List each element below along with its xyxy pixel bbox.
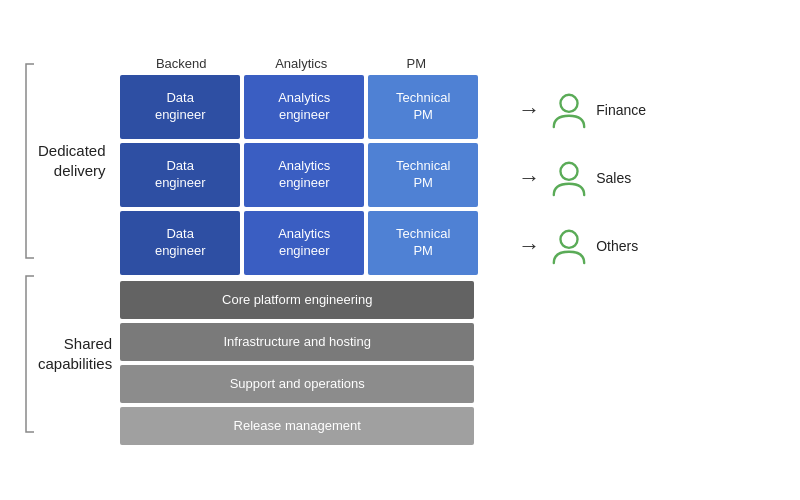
destination-others: → Others (518, 214, 646, 278)
main-layout: Dedicated delivery Shared capabilities B… (10, 36, 790, 465)
backend-header: Backend (121, 56, 241, 71)
shared-cell-0: Core platform engineering (120, 281, 474, 319)
arrow-sales: → (518, 165, 540, 191)
column-headers: Backend Analytics PM (120, 56, 510, 71)
team-row-1: Data engineer Analytics engineer Technic… (120, 75, 510, 139)
shared-label-section: Shared capabilities (20, 268, 120, 440)
backend-cell-1: Data engineer (120, 75, 240, 139)
svg-point-2 (561, 230, 578, 247)
left-labels: Dedicated delivery Shared capabilities (20, 56, 120, 440)
finance-label: Finance (596, 102, 646, 118)
destination-sales: → Sales (518, 146, 646, 210)
pm-cell-3: Technical PM (368, 211, 478, 275)
center-grid: Backend Analytics PM Data engineer Analy… (120, 56, 510, 445)
svg-point-1 (561, 162, 578, 179)
team-row-2: Data engineer Analytics engineer Technic… (120, 143, 510, 207)
person-icon-others (550, 227, 588, 265)
person-icon-sales (550, 159, 588, 197)
shared-bracket (20, 268, 38, 440)
sales-label: Sales (596, 170, 631, 186)
shared-cell-3: Release management (120, 407, 474, 445)
dedicated-delivery-label: Dedicated delivery (38, 141, 106, 180)
pm-cell-1: Technical PM (368, 75, 478, 139)
team-row-3: Data engineer Analytics engineer Technic… (120, 211, 510, 275)
svg-point-0 (561, 94, 578, 111)
shared-cell-2: Support and operations (120, 365, 474, 403)
shared-capabilities-label: Shared capabilities (38, 334, 112, 373)
analytics-cell-3: Analytics engineer (244, 211, 364, 275)
pm-cell-2: Technical PM (368, 143, 478, 207)
dedicated-label-section: Dedicated delivery (20, 56, 120, 266)
analytics-cell-2: Analytics engineer (244, 143, 364, 207)
shared-cell-1: Infrastructure and hosting (120, 323, 474, 361)
backend-cell-3: Data engineer (120, 211, 240, 275)
analytics-header: Analytics (241, 56, 361, 71)
others-label: Others (596, 238, 638, 254)
arrow-others: → (518, 233, 540, 259)
diagram-container: Dedicated delivery Shared capabilities B… (10, 10, 790, 490)
dedicated-bracket (20, 56, 38, 266)
pm-header: PM (361, 56, 471, 71)
dedicated-rows: Data engineer Analytics engineer Technic… (120, 75, 510, 275)
arrow-finance: → (518, 97, 540, 123)
person-icon-finance (550, 91, 588, 129)
analytics-cell-1: Analytics engineer (244, 75, 364, 139)
backend-cell-2: Data engineer (120, 143, 240, 207)
shared-rows: Core platform engineering Infrastructure… (120, 281, 510, 445)
right-section: → Finance → Sales → (518, 78, 646, 278)
destination-finance: → Finance (518, 78, 646, 142)
